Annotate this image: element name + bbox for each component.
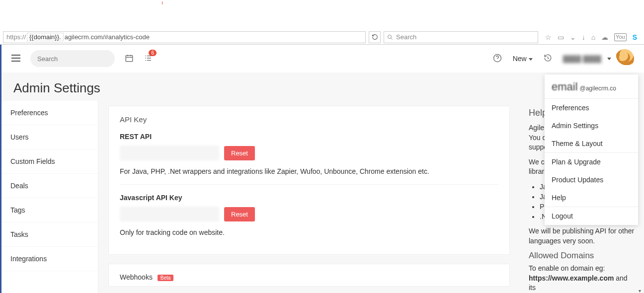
decorative-tick xyxy=(162,1,162,4)
clipboard-icon[interactable]: ▭ xyxy=(558,33,564,41)
user-dropdown-menu: email @agilecrm.co Preferences Admin Set… xyxy=(545,74,638,225)
calendar-icon[interactable] xyxy=(125,54,134,64)
sidebar-item-label: Tasks xyxy=(10,230,28,238)
browser-search-placeholder: Search xyxy=(396,33,416,41)
sidebar-item-custom-fields[interactable]: Custom Fields xyxy=(1,149,98,174)
reload-button[interactable] xyxy=(369,31,381,43)
pocket-icon[interactable]: ⌄ xyxy=(570,33,576,41)
browser-toolbar-icons: ☆ ▭ ⌄ ↓ ⌂ ☁ You S xyxy=(541,33,641,41)
bookmark-icon[interactable]: ☆ xyxy=(545,33,552,41)
rest-api-key-row: Reset xyxy=(120,146,498,160)
url-protocol: https:// xyxy=(6,33,26,41)
caret-down-icon xyxy=(529,58,533,61)
help-icon[interactable] xyxy=(493,54,502,64)
browser-search[interactable]: Search xyxy=(384,31,538,43)
topbar-right: New ████ ████ xyxy=(493,49,634,68)
rest-api-label: REST API xyxy=(120,133,498,141)
sidebar-item-label: Integrations xyxy=(10,255,47,263)
dropdown-email-label: email xyxy=(552,80,578,93)
home-icon[interactable]: ⌂ xyxy=(591,33,595,41)
rest-reset-button[interactable]: Reset xyxy=(224,146,255,160)
new-label: New xyxy=(513,55,527,63)
card-title: API Key xyxy=(120,115,498,124)
history-icon[interactable] xyxy=(544,54,552,64)
download-icon[interactable]: ↓ xyxy=(582,33,585,41)
username-blurred: ████ ████ xyxy=(563,55,601,63)
sidebar-item-users[interactable]: Users xyxy=(1,125,98,149)
sidebar-item-integrations[interactable]: Integrations xyxy=(1,247,98,271)
sidebar-item-tasks[interactable]: Tasks xyxy=(1,222,98,247)
topbar: 6 New ████ ████ xyxy=(1,45,644,73)
svg-point-0 xyxy=(388,35,392,38)
js-api-key-row: Reset xyxy=(120,207,498,221)
main-content: API Key REST API Reset For Java, PHP, .N… xyxy=(98,101,520,293)
chat-icon[interactable]: ☁ xyxy=(601,33,608,41)
dropdown-help[interactable]: Help xyxy=(545,189,638,207)
sidebar-item-label: Deals xyxy=(10,182,28,190)
rest-api-desc: For Java, PHP, .Net wrappers and integra… xyxy=(120,167,498,175)
help-publish-note: We will be publishing API for other lang… xyxy=(529,226,635,246)
js-api-label: Javascript API Key xyxy=(120,194,498,202)
svg-rect-2 xyxy=(126,55,133,61)
user-menu-trigger[interactable]: ████ ████ xyxy=(563,49,634,68)
url-rest: agilecrm.com/#analytics-code xyxy=(65,33,150,41)
sidebar-item-preferences[interactable]: Preferences xyxy=(1,101,98,125)
settings-sidebar: Preferences Users Custom Fields Deals Ta… xyxy=(1,101,98,293)
app-search[interactable] xyxy=(30,50,115,67)
dropdown-admin-settings[interactable]: Admin Settings xyxy=(545,117,638,135)
caret-down-icon xyxy=(607,58,611,60)
rest-api-key-value xyxy=(120,146,219,160)
sidebar-item-label: Tags xyxy=(10,206,25,214)
skype-icon[interactable]: S xyxy=(633,33,637,41)
dropdown-preferences[interactable]: Preferences xyxy=(545,99,638,117)
dropdown-header: email @agilecrm.co xyxy=(545,74,638,99)
beta-badge: Beta xyxy=(158,275,174,281)
sidebar-item-label: Custom Fields xyxy=(10,157,55,165)
scroll-down-indicator[interactable] xyxy=(639,286,644,291)
divider xyxy=(120,184,498,185)
allowed-domains-title: Allowed Domains xyxy=(529,251,635,261)
allowed-domains-text: To enable on domain eg: https://www.exam… xyxy=(529,264,635,293)
url-domain-placeholder: {{domain}}. xyxy=(27,33,64,41)
dropdown-theme-layout[interactable]: Theme & Layout xyxy=(545,135,638,152)
dropdown-product-updates[interactable]: Product Updates xyxy=(545,171,638,189)
webhooks-title: Webhooks xyxy=(120,273,153,281)
dropdown-logout[interactable]: Logout xyxy=(545,207,638,225)
tasks-icon[interactable]: 6 xyxy=(144,54,153,64)
menu-toggle-icon[interactable] xyxy=(11,55,20,63)
js-api-desc: Only for tracking code on website. xyxy=(120,228,498,236)
js-api-key-value xyxy=(120,207,219,221)
api-key-card: API Key REST API Reset For Java, PHP, .N… xyxy=(108,106,510,255)
browser-chrome: https:// {{domain}}. agilecrm.com/#analy… xyxy=(0,30,644,45)
url-bar[interactable]: https:// {{domain}}. agilecrm.com/#analy… xyxy=(3,31,366,43)
new-dropdown[interactable]: New xyxy=(513,55,533,63)
search-input[interactable] xyxy=(37,55,121,63)
sidebar-item-tags[interactable]: Tags xyxy=(1,198,98,222)
avatar xyxy=(615,49,634,68)
youtube-icon[interactable]: You xyxy=(614,33,627,41)
sidebar-item-deals[interactable]: Deals xyxy=(1,174,98,198)
dropdown-plan-upgrade[interactable]: Plan & Upgrade xyxy=(545,153,638,171)
sidebar-item-label: Preferences xyxy=(10,109,48,117)
sidebar-item-label: Users xyxy=(10,133,29,141)
dropdown-email-domain: @agilecrm.co xyxy=(579,85,616,92)
webhooks-card: Webhooks Beta xyxy=(108,264,510,287)
notification-badge: 6 xyxy=(149,50,157,56)
js-reset-button[interactable]: Reset xyxy=(224,207,255,221)
